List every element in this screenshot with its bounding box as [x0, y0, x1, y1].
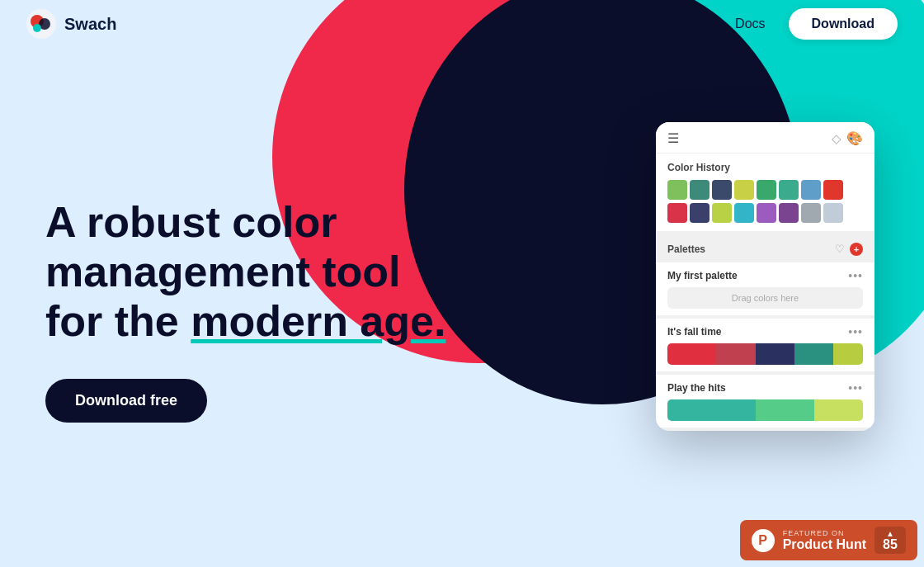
- palette-color-segment: [667, 399, 756, 421]
- palette-color-segment: [756, 343, 794, 365]
- hamburger-icon[interactable]: ☰: [667, 130, 679, 146]
- add-palette-icon[interactable]: +: [850, 243, 863, 256]
- palette-3-header: Play the hits •••: [667, 381, 863, 395]
- palette-1-menu[interactable]: •••: [848, 269, 863, 282]
- palette-1-header: My first palette •••: [667, 269, 863, 282]
- heart-icon[interactable]: ♡: [835, 243, 845, 256]
- svg-point-3: [33, 24, 41, 32]
- palette-color-segment: [814, 399, 863, 421]
- docs-link[interactable]: Docs: [735, 17, 765, 31]
- color-swatch[interactable]: [667, 203, 687, 223]
- color-history-section: Color History: [656, 154, 874, 231]
- app-titlebar: ☰ ◇ 🎨: [656, 122, 874, 154]
- palette-2-menu[interactable]: •••: [848, 325, 863, 338]
- hero-download-button[interactable]: Download free: [45, 379, 207, 423]
- app-mockup: ☰ ◇ 🎨 Color History Palettes ♡ + My firs…: [656, 122, 874, 431]
- hero-line2: management tool: [45, 248, 401, 295]
- color-swatch[interactable]: [801, 180, 821, 200]
- color-grid: [667, 180, 863, 223]
- ph-product-hunt-label: Product Hunt: [783, 537, 866, 552]
- color-swatch[interactable]: [823, 180, 843, 200]
- product-hunt-badge[interactable]: P FEATURED ON Product Hunt ▲ 85: [740, 520, 917, 560]
- nav-download-button[interactable]: Download: [789, 8, 898, 40]
- color-swatch[interactable]: [734, 180, 754, 200]
- palette-color-segment: [756, 399, 814, 421]
- palette-color-segment: [716, 343, 755, 365]
- hero-line1: A robust color: [45, 198, 337, 246]
- color-history-title: Color History: [667, 162, 863, 173]
- palettes-title: Palettes: [667, 243, 705, 255]
- color-swatch[interactable]: [757, 203, 776, 223]
- palette-color-segment: [794, 343, 833, 365]
- hero-line3-prefix: for the: [45, 297, 191, 345]
- navbar: Swach Docs Download: [0, 0, 924, 48]
- logo-text: Swach: [64, 15, 116, 34]
- color-swatch[interactable]: [690, 203, 710, 223]
- color-swatch[interactable]: [667, 180, 687, 200]
- ph-text: FEATURED ON Product Hunt: [783, 529, 866, 552]
- color-swatch[interactable]: [690, 180, 710, 200]
- palettes-header: Palettes ♡ +: [656, 236, 874, 262]
- logo-icon: [26, 9, 56, 39]
- color-row-1: [667, 180, 863, 200]
- color-swatch[interactable]: [801, 203, 821, 223]
- palette-2-name: It's fall time: [667, 326, 722, 338]
- color-swatch[interactable]: [779, 203, 799, 223]
- dropper-icon[interactable]: ◇: [832, 131, 842, 146]
- ph-logo-p: P: [758, 533, 767, 548]
- palette-item-2: It's fall time •••: [656, 319, 874, 371]
- palette-2-colors: [667, 343, 863, 365]
- color-row-2: [667, 203, 863, 223]
- titlebar-icons: ◇ 🎨: [832, 130, 863, 146]
- hero-line3-underline: modern age.: [191, 297, 446, 345]
- color-swatch[interactable]: [757, 180, 776, 200]
- nav-right: Docs Download: [735, 8, 898, 40]
- palette-color-segment: [833, 343, 863, 365]
- palette-color-segment: [667, 343, 716, 365]
- hero-heading: A robust color management tool for the m…: [45, 198, 446, 346]
- color-wheel-icon[interactable]: 🎨: [846, 130, 863, 146]
- ph-score-number: 85: [883, 538, 898, 551]
- palette-2-header: It's fall time •••: [667, 325, 863, 338]
- palette-3-menu[interactable]: •••: [848, 381, 863, 395]
- drag-area[interactable]: Drag colors here: [667, 287, 863, 309]
- color-swatch[interactable]: [779, 180, 799, 200]
- palette-1-name: My first palette: [667, 270, 738, 281]
- palettes-icons: ♡ +: [835, 243, 863, 256]
- ph-score: ▲ 85: [874, 527, 906, 554]
- color-swatch[interactable]: [823, 203, 843, 223]
- logo-area: Swach: [26, 9, 116, 39]
- color-swatch[interactable]: [734, 203, 754, 223]
- palette-3-name: Play the hits: [667, 382, 726, 394]
- color-swatch[interactable]: [712, 203, 732, 223]
- hero-text: A robust color management tool for the m…: [45, 198, 446, 423]
- ph-featured-on: FEATURED ON: [783, 529, 866, 537]
- palette-item-1: My first palette ••• Drag colors here: [656, 262, 874, 315]
- ph-logo: P: [752, 529, 775, 552]
- palette-3-colors: [667, 399, 863, 421]
- palette-item-3: Play the hits •••: [656, 375, 874, 428]
- color-swatch[interactable]: [712, 180, 732, 200]
